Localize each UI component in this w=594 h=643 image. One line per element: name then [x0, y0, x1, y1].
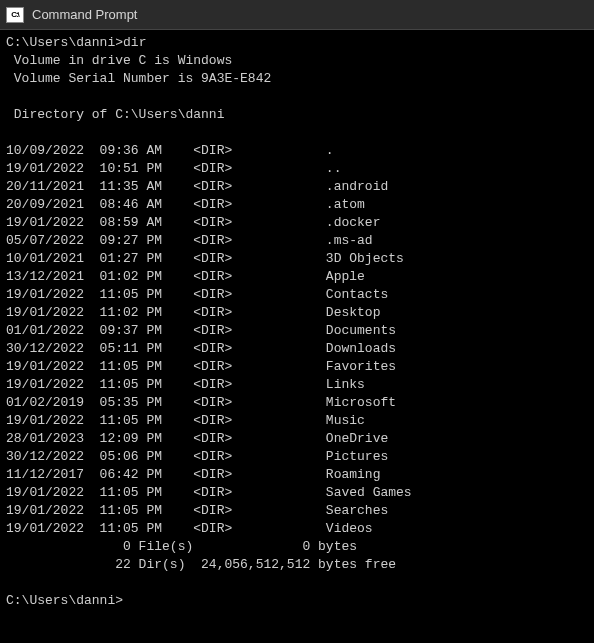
blank-line [6, 574, 588, 592]
summary-dirs: 22 Dir(s) 24,056,512,512 bytes free [6, 557, 396, 572]
summary-files: 0 File(s) 0 bytes [6, 539, 357, 554]
blank-line [6, 88, 588, 106]
prompt-path: C:\Users\danni> [6, 593, 123, 608]
terminal-output[interactable]: C:\Users\danni>dir Volume in drive C is … [0, 30, 594, 643]
prompt-path: C:\Users\danni> [6, 35, 123, 50]
prompt-command: dir [123, 35, 146, 50]
volume-line: Volume in drive C is Windows [6, 53, 232, 68]
directory-of-line: Directory of C:\Users\danni [6, 107, 224, 122]
cursor [123, 594, 130, 608]
dir-listing: 10/09/2022 09:36 AM <DIR> . 19/01/2022 1… [6, 142, 588, 538]
window-title: Command Prompt [32, 7, 137, 22]
serial-line: Volume Serial Number is 9A3E-E842 [6, 71, 271, 86]
command-prompt-window: C:\ Command Prompt C:\Users\danni>dir Vo… [0, 0, 594, 643]
cmd-icon: C:\ [6, 7, 24, 23]
blank-line [6, 124, 588, 142]
titlebar[interactable]: C:\ Command Prompt [0, 0, 594, 30]
